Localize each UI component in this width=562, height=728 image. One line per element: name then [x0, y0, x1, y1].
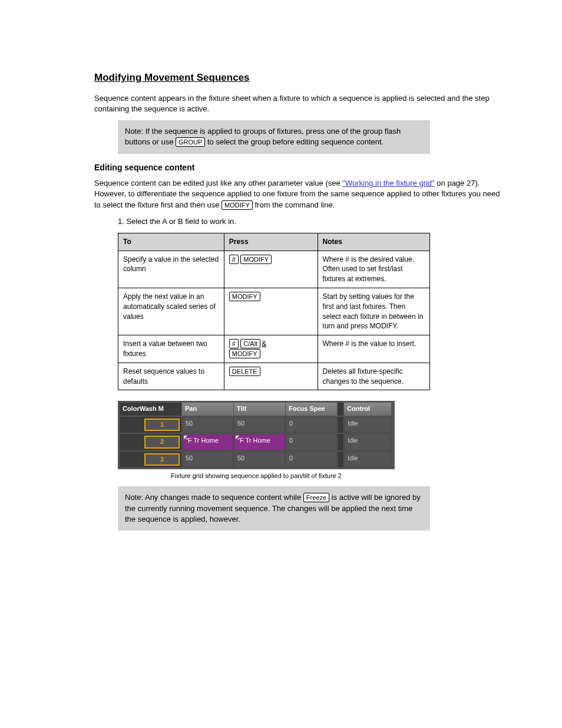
- fg-cell-tilt[interactable]: 50: [234, 417, 285, 433]
- crossref-page: on page 27: [435, 179, 475, 187]
- fg-cell-control[interactable]: Idle: [344, 452, 391, 467]
- para2-suffix2: from the command line.: [254, 200, 335, 209]
- fg-cell-tilt-value: "F Tr Home: [237, 437, 270, 444]
- cell-press: DELETE: [224, 363, 318, 390]
- fg-header-label: ColorWash M: [120, 403, 181, 415]
- th-notes: Notes: [318, 233, 429, 251]
- para2: Sequence content can be edited just like…: [94, 178, 503, 210]
- fg-cell-pan-value: 50: [186, 420, 193, 427]
- fixture-id: 1: [144, 419, 180, 431]
- modify-key: MODIFY: [240, 255, 272, 264]
- th-to: To: [118, 233, 224, 251]
- note2-prefix: Note: Any changes made to sequence conte…: [125, 493, 303, 502]
- fixture-id: 3: [144, 453, 180, 466]
- table-row: Specify a value in the selected column# …: [118, 251, 430, 288]
- cell-notes: Deletes all fixture-specific changes to …: [318, 363, 429, 390]
- cell-press: # MODIFY: [224, 251, 318, 288]
- table-row: Reset sequence values to defaultsDELETED…: [118, 363, 430, 390]
- modify-key: MODIFY: [229, 349, 260, 358]
- cell-to: Insert a value between two fixtures: [118, 335, 224, 363]
- delete-key: DELETE: [229, 367, 260, 376]
- fg-header-focus: Focus Spee: [286, 403, 337, 415]
- crossref-link[interactable]: "Working in the fixture grid": [342, 179, 434, 187]
- cell-notes: Where # is the value to insert.: [318, 335, 429, 363]
- th-press: Press: [224, 233, 318, 251]
- fixture-grid-figure: ColorWash MPanTiltFocus SpeeControl15050…: [118, 401, 395, 480]
- fg-cell-pan[interactable]: 50: [182, 452, 233, 467]
- fg-cell-tilt[interactable]: "F Tr Home: [234, 434, 285, 450]
- fg-header-tilt: Tilt: [234, 403, 285, 415]
- fg-cell-tilt-value: 50: [237, 454, 244, 462]
- fg-gap: [338, 417, 343, 433]
- fixture-grid: ColorWash MPanTiltFocus SpeeControl15050…: [118, 401, 395, 469]
- fg-cell-focus[interactable]: 0: [286, 452, 337, 467]
- table-lead-in: 1. Select the A or B field to work in.: [118, 216, 503, 227]
- section-title: Modifying Movement Sequences: [94, 71, 503, 85]
- fg-id-cell[interactable]: 2: [120, 434, 181, 450]
- triangle-icon: [184, 436, 187, 439]
- calt-key: C/Alt: [240, 339, 260, 348]
- fg-gap: [338, 434, 343, 450]
- crossref-link-text: "Working in the fixture grid": [342, 179, 434, 187]
- freeze-key: Freeze: [303, 493, 329, 502]
- fixture-id: 2: [144, 436, 180, 448]
- fg-header-pan: Pan: [182, 403, 233, 415]
- fg-header-control: Control: [344, 403, 391, 415]
- cell-to: Apply the next value in an automatically…: [118, 288, 224, 335]
- fg-cell-pan-value: 50: [186, 454, 193, 462]
- fg-cell-control[interactable]: Idle: [344, 434, 391, 450]
- table-row: Insert a value between two fixtures# C/A…: [118, 335, 430, 363]
- editing-heading: Editing sequence content: [94, 162, 503, 174]
- cell-press: # C/Alt&MODIFY: [224, 335, 318, 363]
- ampersand: &: [262, 340, 266, 348]
- fg-cell-control[interactable]: Idle: [344, 417, 391, 433]
- modify-key-inline: MODIFY: [222, 200, 253, 210]
- note1-suffix: to select the group before editing seque…: [207, 137, 384, 146]
- para2-prefix: Sequence content can be edited just like…: [94, 179, 342, 187]
- fg-header-gap: [338, 403, 343, 415]
- fg-cell-pan-value: "F Tr Home: [186, 437, 219, 444]
- #-key: #: [229, 255, 239, 264]
- intro-paragraph: Sequence content appears in the fixture …: [94, 93, 503, 114]
- fg-id-cell[interactable]: 3: [120, 452, 181, 467]
- note-box-2: Note: Any changes made to sequence conte…: [118, 486, 430, 531]
- fg-gap: [338, 452, 343, 467]
- edit-table: To Press Notes Specify a value in the se…: [118, 233, 430, 391]
- cell-to: Specify a value in the selected column: [118, 251, 224, 288]
- fg-cell-focus[interactable]: 0: [286, 434, 337, 450]
- fg-cell-pan[interactable]: "F Tr Home: [182, 434, 233, 450]
- fg-cell-pan[interactable]: 50: [182, 417, 233, 433]
- hash-key: #: [229, 339, 239, 348]
- cell-press: MODIFY: [224, 288, 318, 335]
- fg-id-cell[interactable]: 1: [120, 417, 181, 433]
- fg-cell-tilt[interactable]: 50: [234, 452, 285, 467]
- fg-cell-tilt-value: 50: [237, 420, 244, 427]
- fg-cell-focus[interactable]: 0: [286, 417, 337, 433]
- cell-notes: Where # is the desired value. Often used…: [318, 251, 429, 288]
- group-key: GROUP: [176, 137, 205, 147]
- cell-notes: Start by setting values for the first an…: [318, 288, 429, 335]
- triangle-icon: [236, 436, 239, 439]
- cell-to: Reset sequence values to defaults: [118, 363, 224, 390]
- note-box-1: Note: If the sequence is applied to grou…: [118, 120, 430, 153]
- table-row: Apply the next value in an automatically…: [118, 288, 430, 335]
- modify-key: MODIFY: [229, 292, 260, 301]
- fixture-grid-caption: Fixture grid showing sequence applied to…: [118, 472, 395, 480]
